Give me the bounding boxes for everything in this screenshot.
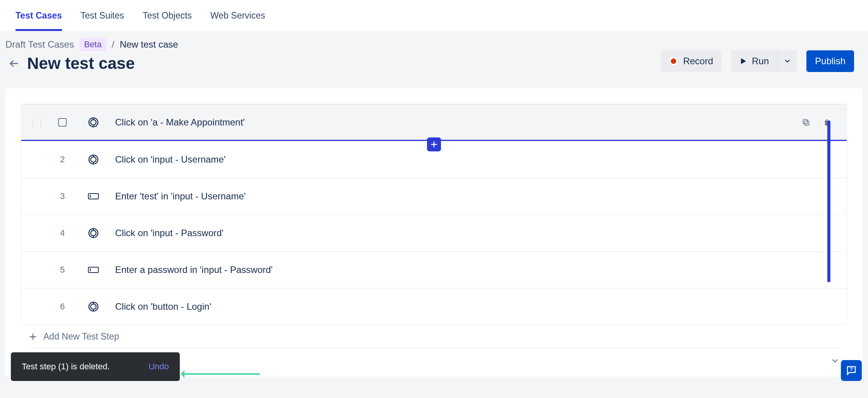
svg-point-20 [91, 304, 96, 309]
step-checkbox[interactable] [58, 118, 67, 127]
test-step-row[interactable]: 6 Click on 'button - Login' [21, 288, 847, 325]
insert-step-button[interactable] [427, 137, 441, 151]
back-arrow-icon[interactable] [9, 58, 19, 69]
breadcrumb-root[interactable]: Draft Test Cases [5, 39, 74, 50]
plus-icon [29, 333, 37, 341]
run-button[interactable]: Run [731, 50, 777, 72]
step-number: 2 [53, 154, 72, 165]
run-dropdown-button[interactable] [777, 50, 797, 72]
play-icon [739, 57, 747, 65]
tabs-bar: Test Cases Test Suites Test Objects Web … [0, 0, 868, 32]
step-description: Click on 'input - Username' [115, 154, 831, 165]
run-button-group: Run [731, 50, 797, 72]
svg-rect-6 [804, 121, 809, 125]
step-description: Click on 'button - Login' [115, 301, 831, 312]
steps-card: ⋮⋮ Click on 'a - Make Appointment' 2 [5, 88, 863, 377]
click-icon [86, 228, 101, 238]
test-step-row[interactable]: 5 Enter a password in 'input - Password' [21, 251, 847, 288]
tab-test-suites[interactable]: Test Suites [81, 0, 124, 31]
step-description: Enter 'test' in 'input - Username' [115, 191, 831, 202]
click-icon [86, 154, 101, 165]
input-icon [86, 266, 101, 274]
chevron-down-icon [784, 58, 791, 65]
annotation-arrow [182, 373, 260, 375]
svg-rect-7 [803, 119, 808, 124]
test-step-row[interactable]: 4 Click on 'input - Password' [21, 214, 847, 251]
click-icon [86, 117, 101, 128]
run-label: Run [752, 56, 769, 67]
breadcrumb-row: Draft Test Cases Beta / New test case [0, 32, 868, 51]
help-icon: ? [846, 365, 857, 376]
svg-point-8 [91, 157, 96, 162]
test-step-row[interactable]: ⋮⋮ Click on 'a - Make Appointment' [21, 104, 847, 141]
svg-point-2 [91, 120, 96, 125]
record-button[interactable]: Record [661, 50, 722, 72]
record-icon [669, 57, 678, 65]
publish-label: Publish [815, 56, 846, 67]
breadcrumb-separator: / [112, 39, 114, 50]
step-number: 3 [53, 191, 72, 201]
test-step-row[interactable]: 3 Enter 'test' in 'input - Username' [21, 178, 847, 214]
beta-badge: Beta [79, 38, 106, 51]
step-number: 5 [53, 265, 72, 275]
help-button[interactable]: ? [841, 360, 862, 381]
page-title: New test case [27, 54, 135, 73]
svg-point-14 [91, 230, 96, 236]
undo-button[interactable]: Undo [148, 362, 169, 372]
plus-icon [430, 141, 438, 148]
toast-message: Test step (1) is deleted. [22, 362, 110, 372]
add-step-label: Add New Test Step [43, 331, 119, 342]
duplicate-icon[interactable] [802, 118, 810, 127]
input-icon [86, 192, 101, 201]
step-description: Click on 'a - Make Appointment' [115, 117, 788, 128]
publish-button[interactable]: Publish [806, 50, 854, 72]
tab-web-services[interactable]: Web Services [210, 0, 265, 31]
scroll-indicator[interactable] [827, 120, 830, 282]
step-description: Click on 'input - Password' [115, 228, 831, 238]
steps-list: ⋮⋮ Click on 'a - Make Appointment' 2 [21, 104, 847, 325]
svg-rect-18 [88, 267, 98, 273]
header-actions: Record Run Publish [661, 50, 854, 72]
breadcrumb: Draft Test Cases Beta / New test case [5, 38, 178, 51]
step-number: 6 [53, 302, 72, 312]
step-row-actions [802, 118, 831, 127]
step-number: 4 [53, 228, 72, 238]
step-checkbox-cell [53, 118, 72, 127]
record-label: Record [683, 56, 713, 67]
drag-handle-icon[interactable]: ⋮⋮ [29, 118, 39, 127]
add-step-button[interactable]: Add New Test Step [29, 331, 839, 342]
chevron-down-icon[interactable] [831, 357, 839, 365]
step-description: Enter a password in 'input - Password' [115, 264, 831, 275]
breadcrumb-current: New test case [120, 39, 178, 50]
svg-text:?: ? [850, 367, 853, 372]
click-icon [86, 301, 101, 312]
tab-test-cases[interactable]: Test Cases [16, 0, 62, 31]
tab-test-objects[interactable]: Test Objects [143, 0, 192, 31]
undo-toast: Test step (1) is deleted. Undo [11, 352, 180, 381]
svg-rect-12 [88, 194, 98, 199]
svg-marker-1 [741, 58, 746, 64]
